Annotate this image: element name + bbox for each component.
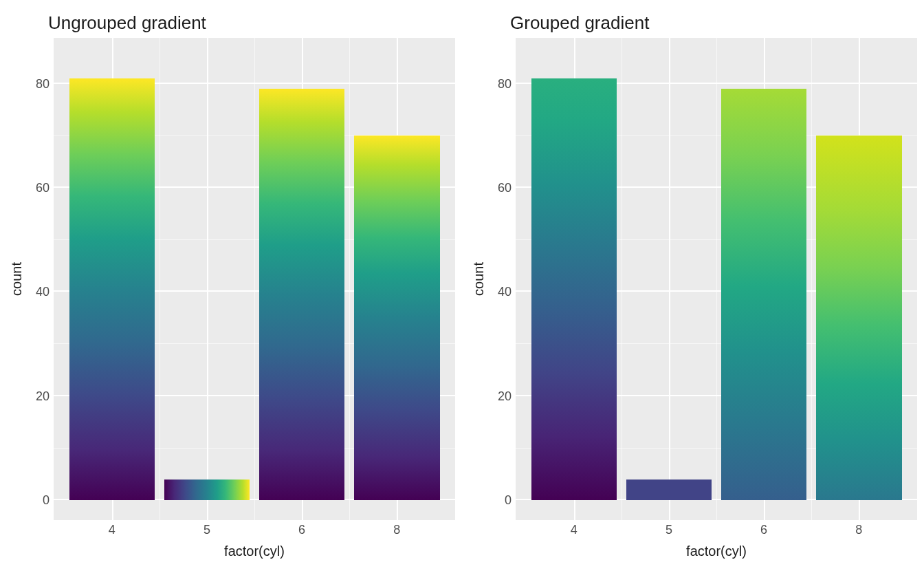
plot-area-right — [516, 38, 917, 520]
plot-area-left — [54, 38, 455, 520]
x-label-row-left: factor(cyl) — [7, 543, 455, 564]
y-tick: 80 — [498, 76, 512, 91]
y-axis-label-left: count — [7, 38, 26, 520]
x-tick: 6 — [760, 523, 767, 537]
y-axis-label-text: count — [9, 262, 25, 296]
bar — [354, 136, 439, 500]
y-tick: 60 — [36, 181, 50, 195]
bar — [259, 89, 344, 500]
y-tick: 0 — [43, 493, 50, 508]
x-label-row-right: factor(cyl) — [469, 543, 917, 564]
x-axis-label-left: factor(cyl) — [54, 543, 455, 564]
x-axis-label-right: factor(cyl) — [516, 543, 917, 564]
y-tick: 40 — [36, 285, 50, 299]
y-tick: 20 — [36, 389, 50, 403]
y-axis-label-text: count — [471, 262, 487, 296]
y-tick: 20 — [498, 389, 512, 403]
x-axis-row-left: 4 5 6 8 — [7, 520, 455, 543]
bars-right — [516, 38, 917, 520]
x-axis-right: 4 5 6 8 — [516, 520, 917, 543]
plot-row-left: count 0 20 40 60 80 — [7, 38, 455, 520]
plot-row-right: count 0 20 40 60 80 — [469, 38, 917, 520]
panel-right: Grouped gradient count 0 20 40 60 80 — [469, 7, 917, 564]
chart-grid: Ungrouped gradient count 0 20 40 60 80 — [7, 7, 917, 564]
x-tick: 5 — [666, 523, 672, 537]
bar — [816, 136, 901, 500]
chart-title-right: Grouped gradient — [469, 7, 917, 38]
y-axis-right: 0 20 40 60 80 — [488, 38, 516, 520]
y-axis-label-right: count — [469, 38, 488, 520]
chart-title-left: Ungrouped gradient — [7, 7, 455, 38]
y-tick: 0 — [505, 493, 512, 508]
x-axis-left: 4 5 6 8 — [54, 520, 455, 543]
x-tick: 6 — [298, 523, 305, 537]
x-tick: 4 — [571, 523, 578, 537]
bars-left — [54, 38, 455, 520]
bar — [531, 78, 617, 500]
x-tick: 4 — [109, 523, 116, 537]
x-tick: 8 — [393, 523, 400, 537]
panel-left: Ungrouped gradient count 0 20 40 60 80 — [7, 7, 455, 564]
y-tick: 40 — [498, 285, 512, 299]
y-tick: 60 — [498, 181, 512, 195]
bar — [69, 78, 155, 500]
x-tick: 8 — [855, 523, 862, 537]
y-tick: 80 — [36, 76, 50, 91]
bar — [721, 89, 806, 500]
bar — [626, 480, 712, 500]
x-axis-row-right: 4 5 6 8 — [469, 520, 917, 543]
y-axis-left: 0 20 40 60 80 — [26, 38, 54, 520]
x-tick: 5 — [204, 523, 210, 537]
bar — [164, 480, 250, 500]
